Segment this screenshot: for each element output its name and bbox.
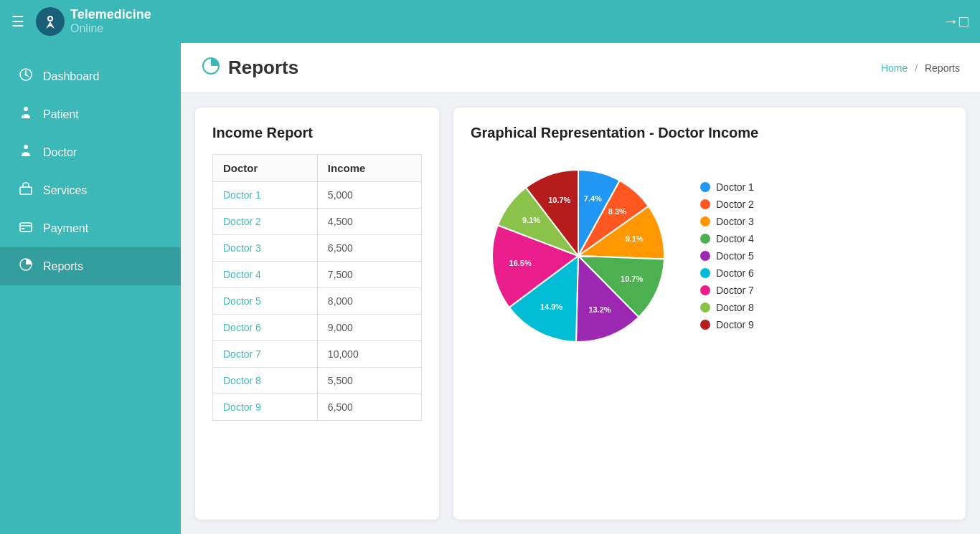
legend-label: Doctor 3 — [716, 216, 754, 227]
legend-item: Doctor 4 — [700, 233, 754, 244]
income-report-panel: Income Report Doctor Income Doctor 1 5,0… — [195, 108, 439, 520]
page-header: Reports Home / Reports — [181, 43, 980, 93]
legend-item: Doctor 7 — [700, 285, 754, 296]
income-cell: 5,500 — [317, 368, 421, 394]
legend-item: Doctor 1 — [700, 181, 754, 193]
panels-row: Income Report Doctor Income Doctor 1 5,0… — [181, 93, 980, 534]
pie-label: 13.2% — [588, 305, 611, 314]
sidebar-item-services[interactable]: Services — [0, 171, 181, 209]
legend-label: Doctor 8 — [716, 302, 754, 313]
logo-text: Telemedicine Online — [70, 8, 151, 34]
page-title-area: Reports — [201, 56, 298, 80]
patient-icon — [17, 105, 34, 123]
page-title-icon — [201, 56, 221, 80]
table-row: Doctor 1 5,000 — [213, 182, 422, 209]
legend-item: Doctor 8 — [700, 302, 754, 313]
income-table: Doctor Income Doctor 1 5,000 Doctor 2 4,… — [212, 154, 422, 421]
pie-label: 9.1% — [522, 216, 540, 224]
legend-label: Doctor 6 — [716, 267, 754, 279]
sidebar-label-dashboard: Dashboard — [43, 70, 99, 83]
pie-label: 10.7% — [621, 275, 643, 283]
table-row: Doctor 2 4,500 — [213, 209, 422, 235]
pie-label: 8.3% — [608, 207, 626, 216]
sidebar-item-payment[interactable]: Payment — [0, 209, 181, 247]
topbar-left: ☰ Telemedicine Online — [11, 7, 151, 36]
legend-dot — [700, 234, 710, 244]
breadcrumb-home[interactable]: Home — [881, 62, 908, 74]
legend-item: Doctor 6 — [700, 267, 754, 279]
svg-rect-10 — [22, 228, 24, 229]
income-cell: 10,000 — [317, 341, 421, 368]
legend-dot — [700, 251, 710, 261]
breadcrumb-current: Reports — [925, 62, 960, 74]
col-doctor: Doctor — [213, 155, 318, 182]
legend-dot — [700, 268, 710, 278]
main-layout: Dashboard Patient Doctor — [0, 43, 980, 534]
topbar: ☰ Telemedicine Online →□ — [0, 0, 980, 43]
breadcrumb-separator: / — [915, 62, 918, 74]
legend-label: Doctor 7 — [716, 285, 754, 296]
col-income: Income — [317, 155, 421, 182]
table-row: Doctor 3 6,500 — [213, 235, 422, 262]
chart-legend: Doctor 1 Doctor 2 Doctor 3 Doctor 4 Doct… — [700, 181, 754, 330]
doctor-cell: Doctor 3 — [213, 235, 318, 262]
table-row: Doctor 8 5,500 — [213, 368, 422, 394]
table-row: Doctor 7 10,000 — [213, 341, 422, 368]
logo-icon — [36, 7, 65, 36]
reports-icon — [17, 257, 34, 275]
chart-panel: Graphical Representation - Doctor Income… — [453, 108, 966, 520]
pie-chart: 7.4%8.3%9.1%10.7%13.2%14.9%16.5%9.1%10.7… — [485, 163, 672, 349]
breadcrumb: Home / Reports — [881, 62, 960, 74]
sidebar-label-services: Services — [43, 184, 87, 197]
sidebar: Dashboard Patient Doctor — [0, 43, 181, 534]
doctor-cell: Doctor 1 — [213, 182, 318, 209]
legend-item: Doctor 3 — [700, 216, 754, 227]
doctor-cell: Doctor 2 — [213, 209, 318, 235]
income-cell: 9,000 — [317, 315, 421, 341]
svg-rect-7 — [20, 187, 32, 194]
legend-label: Doctor 4 — [716, 233, 754, 244]
table-row: Doctor 6 9,000 — [213, 315, 422, 341]
sidebar-item-reports[interactable]: Reports — [0, 247, 181, 285]
sidebar-item-dashboard[interactable]: Dashboard — [0, 57, 181, 95]
svg-point-1 — [49, 17, 52, 20]
sidebar-label-doctor: Doctor — [43, 146, 77, 159]
logo-area: Telemedicine Online — [36, 7, 151, 36]
app-name-top: Telemedicine — [70, 8, 151, 22]
content-area: Reports Home / Reports Income Report Doc… — [181, 43, 980, 534]
logout-icon[interactable]: →□ — [943, 12, 969, 31]
pie-label: 16.5% — [509, 259, 532, 267]
services-icon — [17, 181, 34, 199]
table-row: Doctor 9 6,500 — [213, 394, 422, 421]
doctor-cell: Doctor 5 — [213, 288, 318, 315]
legend-item: Doctor 2 — [700, 199, 754, 210]
legend-label: Doctor 2 — [716, 199, 754, 210]
doctor-cell: Doctor 9 — [213, 394, 318, 421]
pie-label: 9.1% — [626, 234, 644, 243]
doctor-cell: Doctor 8 — [213, 368, 318, 394]
hamburger-icon[interactable]: ☰ — [11, 13, 24, 30]
sidebar-item-doctor[interactable]: Doctor — [0, 133, 181, 171]
income-cell: 6,500 — [317, 394, 421, 421]
sidebar-label-patient: Patient — [43, 108, 79, 121]
legend-label: Doctor 5 — [716, 250, 754, 262]
legend-dot — [700, 302, 710, 313]
income-cell: 4,500 — [317, 209, 421, 235]
table-row: Doctor 4 7,500 — [213, 262, 422, 288]
legend-label: Doctor 1 — [716, 181, 754, 193]
income-cell: 5,000 — [317, 182, 421, 209]
payment-icon — [17, 219, 34, 237]
pie-label: 7.4% — [584, 194, 602, 203]
dashboard-icon — [17, 67, 34, 85]
legend-dot — [700, 320, 710, 330]
income-cell: 8,000 — [317, 288, 421, 315]
legend-item: Doctor 9 — [700, 319, 754, 330]
sidebar-item-patient[interactable]: Patient — [0, 95, 181, 133]
chart-title: Graphical Representation - Doctor Income — [471, 125, 948, 141]
table-row: Doctor 5 8,000 — [213, 288, 422, 315]
doctor-cell: Doctor 7 — [213, 341, 318, 368]
legend-dot — [700, 199, 710, 209]
svg-point-3 — [25, 74, 27, 76]
svg-point-4 — [24, 107, 28, 111]
sidebar-label-reports: Reports — [43, 260, 83, 273]
